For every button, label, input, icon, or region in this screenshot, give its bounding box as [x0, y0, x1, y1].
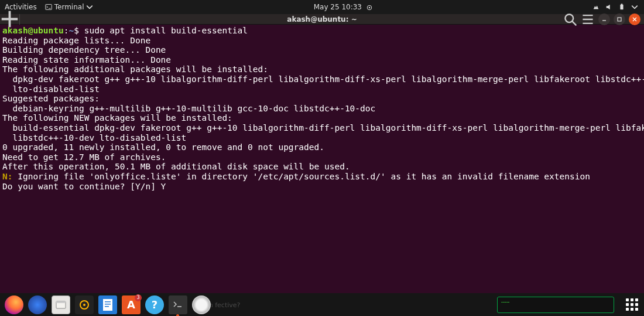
terminal-window: akash@ubuntu: ~ akash@ubuntu:~$ sudo apt… [0, 14, 644, 293]
svg-point-2 [369, 6, 371, 8]
svg-rect-11 [103, 299, 112, 311]
svg-rect-14 [105, 306, 109, 307]
svg-point-5 [565, 14, 573, 22]
menu-icon [581, 12, 595, 26]
svg-rect-4 [621, 4, 623, 5]
minimize-button[interactable] [598, 13, 610, 25]
svg-rect-0 [46, 5, 52, 10]
help-icon[interactable]: ? [145, 295, 164, 314]
ubuntu-software-icon[interactable]: A3 [122, 295, 141, 314]
volume-icon [605, 4, 612, 11]
svg-rect-8 [56, 301, 66, 303]
search-icon [563, 12, 577, 26]
clock[interactable]: May 25 10:33 [314, 3, 362, 11]
svg-rect-3 [620, 5, 623, 10]
new-tab-button[interactable] [0, 14, 20, 25]
thunderbird-icon[interactable] [28, 295, 47, 314]
maximize-icon [616, 16, 622, 22]
command-text: sudo apt install build-essential [84, 26, 248, 35]
battery-icon [618, 4, 625, 11]
files-icon[interactable] [52, 295, 70, 314]
output-block: Reading package lists... Done Building d… [2, 36, 644, 172]
chevron-down-icon [631, 4, 638, 11]
minimize-icon [601, 16, 607, 22]
system-monitor-widget[interactable]: ----- [497, 297, 614, 313]
confirm-prompt: Do you want to continue? [Y/n] Y [2, 182, 166, 191]
notice-text: Ignoring file 'onlyoffice.liste' in dire… [12, 172, 590, 181]
terminal-dock-icon[interactable] [169, 295, 187, 314]
show-apps-button[interactable] [626, 298, 638, 311]
rhythmbox-icon[interactable] [75, 295, 94, 314]
chevron-down-icon [86, 4, 93, 11]
terminal-body[interactable]: akash@ubuntu:~$ sudo apt install build-e… [0, 25, 644, 192]
libreoffice-writer-icon[interactable] [98, 295, 117, 314]
app-menu[interactable]: Terminal [45, 3, 94, 11]
gnome-topbar: Activities Terminal May 25 10:33 [0, 0, 644, 14]
dock: A3 ? ----- [0, 293, 644, 316]
network-icon [592, 4, 600, 11]
app-menu-label: Terminal [54, 3, 84, 11]
close-icon [632, 16, 638, 22]
plus-icon [0, 9, 19, 29]
svg-rect-13 [105, 304, 111, 305]
window-title: akash@ubuntu: ~ [0, 15, 644, 23]
svg-rect-6 [618, 18, 621, 21]
maximize-button[interactable] [614, 13, 625, 25]
terminal-icon [45, 4, 52, 11]
prompt-path: ~ [69, 26, 74, 35]
close-button[interactable] [629, 13, 640, 25]
hamburger-menu[interactable] [581, 14, 595, 25]
svg-point-10 [83, 304, 85, 306]
svg-rect-12 [105, 301, 111, 303]
titlebar: akash@ubuntu: ~ [0, 14, 644, 25]
firefox-icon[interactable] [5, 295, 23, 314]
search-button[interactable] [563, 14, 577, 25]
notice-prefix: N: [2, 172, 12, 181]
disc-icon[interactable] [192, 295, 211, 314]
system-menu[interactable] [592, 4, 644, 11]
notification-icon [366, 5, 372, 11]
